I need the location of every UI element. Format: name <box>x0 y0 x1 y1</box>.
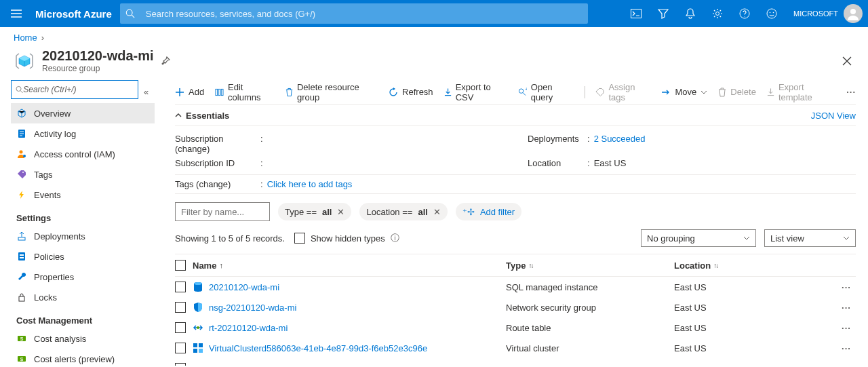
sidebar-item-label: Locks <box>34 292 57 303</box>
filter-type-pill[interactable]: Type == all✕ <box>278 203 351 220</box>
global-search[interactable] <box>120 3 588 24</box>
resource-type-cell: Virtual cluster <box>506 343 674 353</box>
resource-link[interactable]: vnet-20210120-wda-mi <box>193 363 299 366</box>
column-header-location[interactable]: Location↑↓ <box>674 260 837 271</box>
cloud-shell-icon[interactable] <box>623 0 650 27</box>
collapse-sidebar-icon[interactable]: « <box>144 87 149 97</box>
change-subscription-link[interactable]: change <box>178 144 207 154</box>
row-overflow-button[interactable]: ··· <box>842 364 851 366</box>
dollar-icon: $ <box>16 333 27 344</box>
chevron-up-icon[interactable] <box>175 113 182 118</box>
sidebar-item-cost-analysis[interactable]: $ Cost analysis <box>11 328 155 349</box>
sidebar-item-events[interactable]: Events <box>11 185 155 205</box>
export-csv-button[interactable]: Export to CSV <box>444 82 507 102</box>
row-overflow-button[interactable]: ··· <box>842 282 851 292</box>
open-query-button[interactable]: +Open query <box>518 82 574 102</box>
table-row: vnet-20210120-wda-miVirtual networkEast … <box>175 358 856 366</box>
row-checkbox[interactable] <box>175 343 186 353</box>
close-button[interactable] <box>840 54 854 69</box>
export-template-button: Export template <box>767 82 835 102</box>
deployments-link[interactable]: 2 Succeeded <box>594 134 646 144</box>
sidebar-search[interactable] <box>11 80 138 99</box>
sidebar-item-locks[interactable]: Locks <box>11 287 155 307</box>
row-checkbox[interactable] <box>175 363 186 366</box>
filter-by-name-input[interactable] <box>175 202 270 221</box>
json-view-link[interactable]: JSON View <box>811 111 856 121</box>
row-checkbox[interactable] <box>175 282 186 292</box>
resource-link[interactable]: VirtualClusterd586063e-41eb-4e87-99d3-f6… <box>193 343 427 353</box>
sidebar-item-cost-alerts[interactable]: $ Cost alerts (preview) <box>11 349 155 367</box>
sidebar-item-label: Tags <box>34 170 52 180</box>
search-icon <box>125 9 135 18</box>
show-hidden-checkbox[interactable] <box>294 233 305 244</box>
svg-point-13 <box>23 155 26 157</box>
sidebar-item-policies[interactable]: Policies <box>11 246 155 267</box>
toolbar-overflow-button[interactable]: ··· <box>846 87 856 97</box>
row-checkbox[interactable] <box>175 322 186 333</box>
record-count-label: Showing 1 to 5 of 5 records. <box>175 233 285 244</box>
row-overflow-button[interactable]: ··· <box>842 343 851 353</box>
column-header-name[interactable]: Name↑ <box>193 260 506 271</box>
sidebar-item-label: Deployments <box>34 231 85 242</box>
avatar[interactable] <box>844 4 863 23</box>
sidebar-item-tags[interactable]: Tags <box>11 164 155 185</box>
svg-point-27 <box>519 88 523 92</box>
chevron-right-icon: › <box>41 33 44 43</box>
sidebar-heading-cost: Cost Management <box>11 307 163 328</box>
info-icon[interactable]: ⓘ <box>391 232 399 244</box>
add-filter-button[interactable]: ⁺✢Add filter <box>456 203 521 220</box>
chevron-down-icon <box>743 236 750 240</box>
svg-rect-18 <box>20 257 24 258</box>
location-label: Location <box>528 158 583 168</box>
resource-link[interactable]: nsg-20210120-wda-mi <box>193 302 296 313</box>
sidebar-search-input[interactable] <box>23 85 134 94</box>
directory-filter-icon[interactable] <box>650 0 677 27</box>
close-icon[interactable]: ✕ <box>433 207 441 217</box>
cube-icon <box>16 108 27 119</box>
view-dropdown[interactable]: List view <box>764 229 856 247</box>
resource-type-cell: Route table <box>506 323 674 333</box>
row-overflow-button[interactable]: ··· <box>842 323 851 333</box>
svg-point-9 <box>16 86 21 91</box>
resource-location-cell: East US <box>674 303 837 313</box>
breadcrumb: Home › <box>0 27 868 45</box>
delete-resource-group-button[interactable]: Delete resource group <box>285 82 378 102</box>
table-row: VirtualClusterd586063e-41eb-4e87-99d3-f6… <box>175 338 856 358</box>
breadcrumb-home[interactable]: Home <box>14 33 37 43</box>
sidebar-item-iam[interactable]: Access control (IAM) <box>11 144 155 164</box>
sidebar-item-activity-log[interactable]: Activity log <box>11 123 155 144</box>
help-icon[interactable] <box>731 0 758 27</box>
add-button[interactable]: Add <box>175 87 204 97</box>
lightning-icon <box>16 189 27 200</box>
move-button[interactable]: Move <box>661 87 707 97</box>
notifications-icon[interactable] <box>677 0 704 27</box>
change-tags-link[interactable]: change <box>199 179 228 189</box>
brand-label: Microsoft Azure <box>33 8 120 20</box>
global-search-input[interactable] <box>140 9 588 19</box>
sidebar-item-deployments[interactable]: Deployments <box>11 226 155 246</box>
select-all-checkbox[interactable] <box>175 260 186 271</box>
pin-icon[interactable] <box>161 56 170 66</box>
row-checkbox[interactable] <box>175 302 186 313</box>
grouping-dropdown[interactable]: No grouping <box>641 229 756 247</box>
close-icon[interactable]: ✕ <box>337 207 344 217</box>
resource-link[interactable]: 20210120-wda-mi <box>193 282 279 292</box>
column-header-type[interactable]: Type↑↓ <box>506 260 674 271</box>
filter-location-pill[interactable]: Location == all✕ <box>359 203 447 220</box>
resource-location-cell: East US <box>674 282 837 292</box>
chevron-down-icon <box>843 236 850 240</box>
sidebar-item-properties[interactable]: Properties <box>11 267 155 287</box>
sidebar-item-overview[interactable]: Overview <box>11 103 155 123</box>
dollar-alert-icon: $ <box>16 353 27 364</box>
add-tags-link[interactable]: Click here to add tags <box>267 179 353 189</box>
resource-link[interactable]: rt-20210120-wda-mi <box>193 322 288 333</box>
feedback-icon[interactable] <box>758 0 785 27</box>
sort-asc-icon: ↑ <box>219 261 223 269</box>
lock-icon <box>16 292 27 303</box>
refresh-button[interactable]: Refresh <box>389 87 433 97</box>
settings-icon[interactable] <box>704 0 731 27</box>
row-overflow-button[interactable]: ··· <box>842 303 851 313</box>
account-label[interactable]: MICROSOFT <box>785 9 844 18</box>
hamburger-menu[interactable] <box>0 0 33 27</box>
edit-columns-button[interactable]: Edit columns <box>215 82 275 102</box>
